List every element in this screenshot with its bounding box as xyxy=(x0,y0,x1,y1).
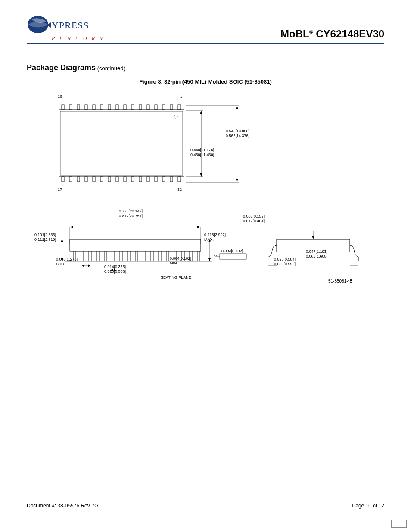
package-diagram: 16 1 17 32 0.440[11.176] 0.450[11.430] 0… xyxy=(48,93,376,317)
svg-rect-9 xyxy=(100,105,103,110)
pin-32-label: 32 xyxy=(177,187,182,192)
top-view-drawing xyxy=(57,101,186,185)
svg-rect-26 xyxy=(108,177,111,182)
svg-marker-88 xyxy=(61,239,63,242)
svg-rect-32 xyxy=(155,177,157,182)
svg-rect-17 xyxy=(162,105,165,110)
pin-17-label: 17 xyxy=(58,187,62,192)
product-title: MoBL® CY62148EV30 xyxy=(280,28,384,42)
svg-marker-42 xyxy=(200,173,202,177)
svg-rect-7 xyxy=(85,105,87,110)
svg-rect-23 xyxy=(85,177,87,182)
section-heading: Package Diagrams (continued) xyxy=(27,63,384,72)
page-number: Page 10 of 12 xyxy=(352,503,384,509)
svg-marker-102 xyxy=(312,236,314,239)
svg-marker-92 xyxy=(88,264,90,267)
document-number: Document #: 38-05576 Rev. *G xyxy=(27,503,99,509)
dim-foot: 0.023[0.584] 0.039[0.990] xyxy=(274,257,296,267)
svg-marker-91 xyxy=(82,264,84,267)
top-view-dimensions xyxy=(186,101,246,192)
section-title-text: Package Diagrams xyxy=(27,63,96,72)
svg-rect-6 xyxy=(77,105,80,110)
svg-rect-12 xyxy=(124,105,126,110)
svg-rect-51 xyxy=(70,239,201,251)
svg-rect-11 xyxy=(116,105,118,110)
svg-rect-33 xyxy=(162,177,165,182)
section-continued: (continued) xyxy=(96,65,125,72)
svg-marker-48 xyxy=(197,226,201,228)
dim-coplanarity: 0.004[0.102] MIN. xyxy=(170,256,191,266)
svg-rect-15 xyxy=(147,105,149,110)
drawing-revision: 51-85081-*B xyxy=(328,279,352,284)
svg-rect-20 xyxy=(62,177,64,182)
svg-rect-34 xyxy=(170,177,173,182)
svg-rect-14 xyxy=(139,105,142,110)
figure-caption: Figure 8. 32-pin (450 MIL) Molded SOIC (… xyxy=(27,78,384,85)
svg-rect-10 xyxy=(108,105,111,110)
svg-rect-21 xyxy=(69,177,72,182)
svg-rect-29 xyxy=(131,177,134,182)
svg-rect-2 xyxy=(60,111,183,175)
svg-marker-47 xyxy=(70,226,73,228)
page-footer: Document #: 38-05576 Rev. *G Page 10 of … xyxy=(27,503,384,509)
svg-rect-30 xyxy=(139,177,142,182)
pin-1-label: 1 xyxy=(180,94,182,99)
svg-rect-4 xyxy=(62,105,64,110)
registered-icon: ® xyxy=(309,29,313,35)
svg-rect-31 xyxy=(147,177,149,182)
title-part: CY62148EV30 xyxy=(313,28,384,40)
svg-marker-41 xyxy=(200,111,202,114)
dim-foot-ext: 0.047[1.193] 0.063[1.600] xyxy=(306,249,327,259)
svg-rect-96 xyxy=(220,254,246,259)
globe-icon xyxy=(27,15,53,36)
pin-16-label: 16 xyxy=(58,94,62,99)
svg-marker-100 xyxy=(208,258,211,261)
svg-marker-44 xyxy=(236,106,238,109)
svg-rect-5 xyxy=(69,105,72,110)
dim-length: 0.793[20.142] 0.817[20.751] xyxy=(119,209,143,219)
svg-rect-19 xyxy=(178,105,181,110)
svg-rect-18 xyxy=(170,105,173,110)
svg-point-3 xyxy=(174,115,177,118)
svg-rect-8 xyxy=(93,105,95,110)
svg-marker-45 xyxy=(236,179,238,182)
svg-rect-13 xyxy=(131,105,134,110)
dim-flatness: 0.004[0.102] xyxy=(221,249,243,254)
svg-rect-25 xyxy=(100,177,103,182)
svg-rect-27 xyxy=(116,177,118,182)
svg-rect-16 xyxy=(155,105,157,110)
brand-name: YPRESS xyxy=(52,20,89,31)
svg-rect-22 xyxy=(77,177,80,182)
dim-body-width: 0.440[11.176] 0.450[11.430] xyxy=(190,148,214,158)
svg-rect-24 xyxy=(93,177,95,182)
svg-rect-35 xyxy=(178,177,181,182)
brand-tagline: P E R F O R M xyxy=(52,35,106,42)
dim-height: 0.101[2.565] 0.111[2.819] xyxy=(31,233,56,243)
page-header: YPRESS P E R F O R M MoBL® CY62148EV30 xyxy=(27,15,384,44)
svg-rect-28 xyxy=(124,177,126,182)
dim-standoff: 0.118[2.997] MAX. xyxy=(204,233,226,243)
brand-logo: YPRESS P E R F O R M xyxy=(27,15,106,42)
svg-rect-1 xyxy=(59,110,184,177)
dim-overall-width: 0.546[13.868] 0.566[14.376] xyxy=(226,129,249,139)
dim-lead-thickness: 0.006[0.152] 0.012[0.304] xyxy=(243,214,265,224)
seating-plane-label: SEATING PLANE xyxy=(161,275,191,280)
dim-lead-width: 0.014[0.355] 0.020[0.508] xyxy=(104,264,126,274)
title-prefix: MoBL xyxy=(280,28,309,40)
corner-box xyxy=(391,520,407,528)
dim-pitch: 0.050[1.270] BSC. xyxy=(56,257,78,267)
